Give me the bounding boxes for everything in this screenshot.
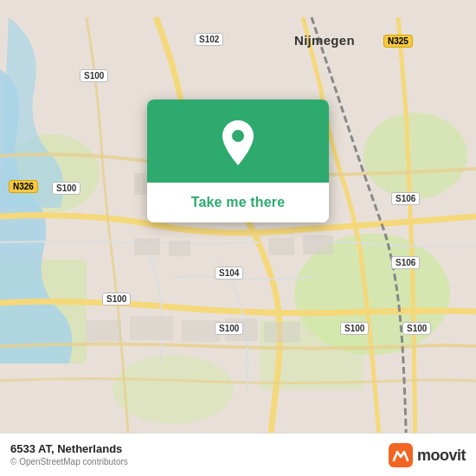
location-pin-icon xyxy=(219,120,257,165)
road-label-s100-top-left: S100 xyxy=(80,69,108,82)
road-label-s102: S102 xyxy=(195,33,223,46)
svg-rect-17 xyxy=(130,316,173,340)
road-label-n325: N325 xyxy=(383,35,413,48)
road-label-s106-bottom: S106 xyxy=(391,256,420,269)
road-label-s104: S104 xyxy=(215,267,243,280)
svg-point-2 xyxy=(363,113,467,199)
svg-point-6 xyxy=(113,355,234,424)
svg-point-21 xyxy=(232,130,244,142)
take-me-there-button[interactable]: Take me there xyxy=(147,183,329,222)
map-background xyxy=(0,0,476,476)
attribution-text: © OpenStreetMap contributors xyxy=(10,457,128,466)
road-label-s100-bottom-left: S100 xyxy=(102,293,131,306)
svg-rect-13 xyxy=(169,241,190,256)
moovit-logo: moovit xyxy=(389,443,466,467)
road-label-s100-bottom-right1: S100 xyxy=(340,322,369,335)
svg-rect-20 xyxy=(264,322,300,343)
moovit-icon xyxy=(389,443,413,467)
address-text: 6533 AT, Netherlands xyxy=(10,442,122,455)
svg-rect-14 xyxy=(268,238,294,255)
city-label: Nijmegen xyxy=(294,33,355,48)
moovit-brand-text: moovit xyxy=(417,447,466,465)
svg-rect-15 xyxy=(303,235,333,254)
svg-rect-12 xyxy=(134,238,160,255)
map-container: Nijmegen S100 S100 S100 S100 S100 S100 S… xyxy=(0,0,476,476)
road-label-n326: N326 xyxy=(9,180,38,193)
svg-rect-16 xyxy=(87,320,121,342)
road-label-s106-top: S106 xyxy=(391,192,420,205)
road-label-s100-mid-left: S100 xyxy=(52,182,80,195)
popup-card: Take me there xyxy=(147,100,329,222)
road-label-s100-bottom-mid: S100 xyxy=(215,322,243,335)
popup-header xyxy=(147,100,329,183)
bottom-bar: 6533 AT, Netherlands © OpenStreetMap con… xyxy=(0,433,476,476)
road-label-s100-bottom-right2: S100 xyxy=(402,322,431,335)
